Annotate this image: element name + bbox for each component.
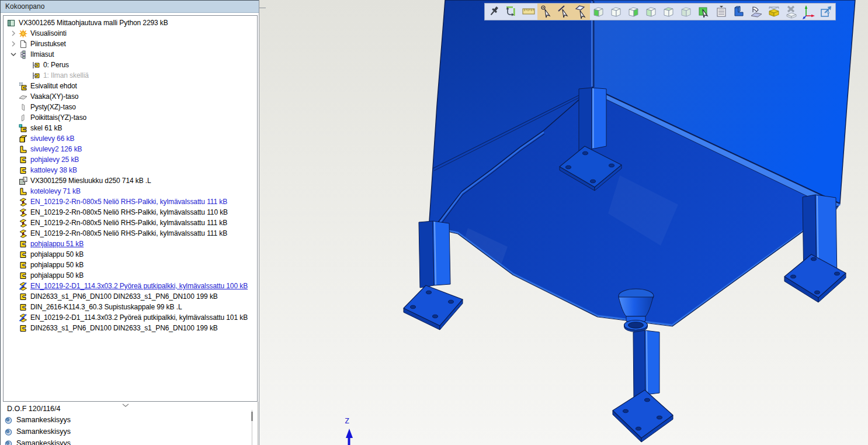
ruler-button[interactable] [520, 4, 537, 20]
tree-item[interactable]: Vaaka(XY)-taso [4, 91, 257, 102]
model-leg-front-left [419, 221, 434, 288]
tree-item[interactable]: VX3001265 Mittaohjautuva malli Python 22… [4, 18, 257, 28]
constraint-row[interactable]: Samankeskisyys [4, 437, 249, 445]
tree-item-label[interactable]: kotelolevy 71 kB [30, 187, 81, 195]
feature-list-button[interactable] [713, 4, 730, 20]
axes-button[interactable] [800, 4, 818, 20]
tree-item-label[interactable]: pohjalappu 50 kB [30, 250, 84, 258]
tree-item-label[interactable]: EN_10219-2-D1_114.3x03.2 Pyöreä putkipal… [30, 313, 248, 322]
tree-item[interactable]: Poikittais(YZ)-taso [4, 112, 257, 123]
tree-item[interactable]: DIN_2616-K114.3_60.3 Supistuskappale 99 … [4, 302, 257, 312]
tree-item-label[interactable]: Poikittais(YZ)-taso [30, 113, 86, 122]
tree-item-label[interactable]: pohjalappu 50 kB [30, 271, 84, 280]
chevron-right-icon[interactable] [8, 39, 19, 49]
tree-item-label[interactable]: Ilmiasut [30, 50, 54, 58]
tree-item[interactable]: skel 61 kB [4, 123, 257, 133]
tree-item-label[interactable]: kattolevy 38 kB [30, 166, 77, 174]
tree-item-label[interactable]: DIN2633_s1_PN6_DN100 DIN2633_s1_PN6_DN10… [30, 324, 218, 332]
tree-item-label[interactable]: 1: Ilman skelliä [43, 71, 89, 80]
tree-item-label[interactable]: EN_10219-2-Rn-080x5 Neliö RHS-Palkki, ky… [30, 198, 227, 206]
tree-item-label[interactable]: skel 61 kB [30, 124, 62, 132]
tree-item[interactable]: EN_10219-2-Rn-080x5 Neliö RHS-Palkki, ky… [4, 207, 257, 218]
tree-item-label[interactable]: pohjalappu 50 kB [30, 261, 84, 269]
tree-item[interactable]: sivulevy 66 kB [4, 133, 257, 144]
constraints-scrollbar[interactable] [251, 410, 253, 445]
tree-item[interactable]: DIN2633_s1_PN6_DN100 DIN2633_s1_PN6_DN10… [4, 323, 257, 333]
tree-item-label[interactable]: EN_10219-2-D1_114.3x03.2 Pyöreä putkipal… [30, 282, 248, 290]
expander-spacer [8, 239, 19, 249]
tree-item-label[interactable]: Vaaka(XY)-taso [30, 92, 78, 101]
constraint-row[interactable]: Samankeskisyys [4, 414, 249, 426]
tree-item-label[interactable]: pohjalevy 25 kB [30, 156, 79, 164]
tree-item-label[interactable]: EN_10219-2-Rn-080x5 Neliö RHS-Palkki, ky… [30, 229, 227, 237]
sheetmetal-part-button[interactable] [730, 4, 748, 20]
sheet-c-icon [19, 261, 27, 270]
tree-item[interactable]: 1: Ilman skelliä [4, 70, 257, 81]
box-open-button[interactable] [765, 4, 783, 20]
tree-item-label[interactable]: DIN2633_s1_PN6_DN100 DIN2633_s1_PN6_DN10… [30, 292, 218, 301]
tree-item[interactable]: EN_10219-2-D1_114.3x03.2 Pyöreä putkipal… [4, 281, 257, 291]
dof-label: D.O.F 120/116/4 [7, 405, 61, 413]
tree-item-label[interactable]: VX3001265 Mittaohjautuva malli Python 22… [19, 19, 168, 27]
viewport-3d[interactable]: Z [259, 0, 868, 445]
view-cube-back-button[interactable] [607, 4, 625, 20]
tree-item-label[interactable]: EN_10219-2-Rn-080x5 Neliö RHS-Palkki, ky… [30, 219, 227, 227]
view-cube-iso-button[interactable] [660, 4, 678, 20]
tree-item[interactable]: Ilmiasut [4, 49, 257, 60]
snap-face-button[interactable] [572, 4, 590, 20]
scrollbar-thumb[interactable] [251, 412, 253, 421]
tree-item-label[interactable]: 0: Perus [43, 61, 69, 69]
delete-body-button[interactable] [783, 4, 800, 20]
tree-item-label[interactable]: EN_10219-2-Rn-080x5 Neliö RHS-Palkki, ky… [30, 208, 228, 216]
tree-item[interactable]: sivulevy2 126 kB [4, 144, 257, 154]
tree-item-label[interactable]: Piirustukset [30, 40, 66, 48]
sheet-c-icon [19, 271, 27, 280]
tree-item[interactable]: EN_10219-2-Rn-080x5 Neliö RHS-Palkki, ky… [4, 228, 257, 239]
tree-item[interactable]: Pysty(XZ)-taso [4, 102, 257, 112]
model-3d[interactable] [259, 0, 868, 445]
expander-spacer [8, 249, 19, 260]
tree-item[interactable]: 0: Perus [4, 60, 257, 70]
tree-item[interactable]: DIN2633_s1_PN6_DN100 DIN2633_s1_PN6_DN10… [4, 291, 257, 302]
tree-item[interactable]: pohjalappu 50 kB [4, 249, 257, 260]
tree-item-label[interactable]: DIN_2616-K114.3_60.3 Supistuskappale 99 … [30, 303, 182, 311]
tree-item[interactable]: pohjalappu 50 kB [4, 270, 257, 281]
measure-axis-button[interactable] [502, 4, 520, 20]
expander-spacer [8, 81, 19, 91]
tree-item[interactable]: pohjalappu 51 kB [4, 239, 257, 249]
flatten-sheet-button[interactable] [748, 4, 765, 20]
tree-item[interactable]: LVX3001259 Miesluukku d250 714 kB .L [4, 175, 257, 186]
pin-button[interactable] [485, 4, 502, 20]
view-cube-front-button[interactable] [590, 4, 607, 20]
tree-item-label[interactable]: Visualisointi [30, 29, 67, 37]
tree-item[interactable]: Visualisointi [4, 28, 257, 39]
tree-item-label[interactable]: pohjalappu 51 kB [30, 240, 84, 248]
tree-item[interactable]: pohjalappu 50 kB [4, 260, 257, 270]
chevron-right-icon[interactable] [8, 28, 19, 39]
tree-item[interactable]: Esivalitut ehdot [4, 81, 257, 91]
tree-item[interactable]: EN_10219-2-Rn-080x5 Neliö RHS-Palkki, ky… [4, 196, 257, 207]
tree-item[interactable]: kattolevy 38 kB [4, 165, 257, 175]
view-cube-right-button[interactable] [643, 4, 660, 20]
tree-item[interactable]: pohjalevy 25 kB [4, 154, 257, 165]
splitter-collapse-chevron[interactable] [119, 400, 132, 405]
export-view-button[interactable] [818, 4, 835, 20]
select-face-button[interactable] [695, 4, 713, 20]
tree-item-label[interactable]: Pysty(XZ)-taso [30, 103, 76, 111]
view-cube-shaded-button[interactable] [678, 4, 695, 20]
view-cube-left-button[interactable] [625, 4, 643, 20]
tree-item-label[interactable]: Esivalitut ehdot [30, 82, 77, 90]
tree-item-label[interactable]: VX3001259 Miesluukku d250 714 kB .L [30, 177, 151, 185]
tree-item[interactable]: Piirustukset [4, 39, 257, 49]
constraint-row[interactable]: Samankeskisyys [4, 426, 249, 437]
chevron-down-icon[interactable] [8, 49, 19, 60]
assembly-panel: Kokoonpano VX3001265 Mittaohjautuva mall… [0, 0, 259, 445]
tree-item-label[interactable]: sivulevy 66 kB [30, 134, 74, 143]
tree-item[interactable]: kotelolevy 71 kB [4, 186, 257, 196]
snap-line-button[interactable] [555, 4, 572, 20]
tree-item-label[interactable]: sivulevy2 126 kB [30, 145, 82, 153]
tree-item[interactable]: EN_10219-2-D1_114.3x03.2 Pyöreä putkipal… [4, 312, 257, 323]
snap-point-button[interactable] [537, 4, 555, 20]
assembly-root-icon [7, 19, 16, 27]
tree-item[interactable]: EN_10219-2-Rn-080x5 Neliö RHS-Palkki, ky… [4, 218, 257, 228]
